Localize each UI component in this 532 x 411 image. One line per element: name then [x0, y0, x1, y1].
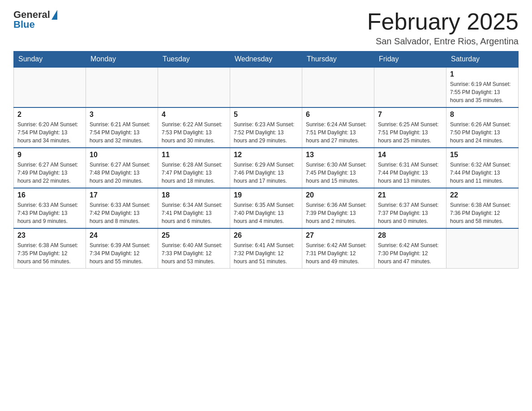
day-info: Sunrise: 6:21 AM Sunset: 7:54 PM Dayligh… — [90, 120, 154, 145]
day-number: 19 — [234, 191, 298, 199]
table-row: 1Sunrise: 6:19 AM Sunset: 7:55 PM Daylig… — [446, 67, 519, 107]
table-row: 25Sunrise: 6:40 AM Sunset: 7:33 PM Dayli… — [158, 228, 230, 269]
day-number: 9 — [17, 151, 82, 159]
col-saturday: Saturday — [446, 51, 519, 68]
table-row: 11Sunrise: 6:28 AM Sunset: 7:47 PM Dayli… — [158, 148, 230, 188]
day-info: Sunrise: 6:41 AM Sunset: 7:32 PM Dayligh… — [234, 241, 298, 265]
table-row: 8Sunrise: 6:26 AM Sunset: 7:50 PM Daylig… — [446, 107, 519, 148]
day-number: 14 — [378, 151, 442, 159]
table-row — [230, 67, 302, 107]
day-number: 11 — [162, 151, 226, 159]
day-number: 2 — [17, 111, 82, 119]
day-number: 21 — [378, 191, 442, 199]
table-row: 20Sunrise: 6:36 AM Sunset: 7:39 PM Dayli… — [302, 188, 374, 228]
day-info: Sunrise: 6:26 AM Sunset: 7:50 PM Dayligh… — [450, 120, 515, 145]
table-row: 7Sunrise: 6:25 AM Sunset: 7:51 PM Daylig… — [374, 107, 446, 148]
day-number: 7 — [378, 111, 442, 119]
table-row: 24Sunrise: 6:39 AM Sunset: 7:34 PM Dayli… — [86, 228, 158, 269]
table-row: 17Sunrise: 6:33 AM Sunset: 7:42 PM Dayli… — [86, 188, 158, 228]
day-info: Sunrise: 6:39 AM Sunset: 7:34 PM Dayligh… — [90, 241, 154, 265]
day-info: Sunrise: 6:32 AM Sunset: 7:44 PM Dayligh… — [450, 161, 515, 185]
day-info: Sunrise: 6:42 AM Sunset: 7:31 PM Dayligh… — [306, 241, 370, 265]
table-row — [158, 67, 230, 107]
day-number: 24 — [90, 231, 154, 240]
day-number: 5 — [234, 111, 298, 119]
calendar-table: Sunday Monday Tuesday Wednesday Thursday… — [13, 51, 519, 269]
month-title: February 2025 — [367, 9, 519, 34]
table-row — [446, 228, 519, 269]
day-number: 8 — [450, 111, 515, 119]
col-tuesday: Tuesday — [158, 51, 230, 68]
day-number: 15 — [450, 151, 515, 159]
day-info: Sunrise: 6:25 AM Sunset: 7:51 PM Dayligh… — [378, 120, 442, 145]
day-info: Sunrise: 6:31 AM Sunset: 7:44 PM Dayligh… — [378, 161, 442, 185]
day-number: 10 — [90, 151, 154, 159]
day-number: 13 — [306, 151, 370, 159]
day-number: 27 — [306, 231, 370, 240]
day-number: 28 — [378, 231, 442, 240]
col-monday: Monday — [86, 51, 158, 68]
table-row: 16Sunrise: 6:33 AM Sunset: 7:43 PM Dayli… — [14, 188, 86, 228]
calendar-header-row: Sunday Monday Tuesday Wednesday Thursday… — [14, 51, 519, 68]
col-friday: Friday — [374, 51, 446, 68]
table-row: 21Sunrise: 6:37 AM Sunset: 7:37 PM Dayli… — [374, 188, 446, 228]
day-info: Sunrise: 6:23 AM Sunset: 7:52 PM Dayligh… — [234, 120, 298, 145]
day-info: Sunrise: 6:38 AM Sunset: 7:35 PM Dayligh… — [17, 241, 82, 265]
logo-blue-text: Blue — [13, 19, 35, 30]
table-row — [14, 67, 86, 107]
day-number: 22 — [450, 191, 515, 199]
day-info: Sunrise: 6:35 AM Sunset: 7:40 PM Dayligh… — [234, 201, 298, 225]
calendar-week-row: 1Sunrise: 6:19 AM Sunset: 7:55 PM Daylig… — [14, 67, 519, 107]
day-number: 18 — [162, 191, 226, 199]
day-info: Sunrise: 6:24 AM Sunset: 7:51 PM Dayligh… — [306, 120, 370, 145]
table-row: 15Sunrise: 6:32 AM Sunset: 7:44 PM Dayli… — [446, 148, 519, 188]
table-row: 12Sunrise: 6:29 AM Sunset: 7:46 PM Dayli… — [230, 148, 302, 188]
table-row: 13Sunrise: 6:30 AM Sunset: 7:45 PM Dayli… — [302, 148, 374, 188]
day-info: Sunrise: 6:38 AM Sunset: 7:36 PM Dayligh… — [450, 201, 515, 225]
logo: General Blue — [13, 9, 57, 30]
calendar-week-row: 16Sunrise: 6:33 AM Sunset: 7:43 PM Dayli… — [14, 188, 519, 228]
title-block: February 2025 San Salvador, Entre Rios, … — [367, 9, 519, 47]
day-info: Sunrise: 6:30 AM Sunset: 7:45 PM Dayligh… — [306, 161, 370, 185]
day-number: 16 — [17, 191, 82, 199]
col-wednesday: Wednesday — [230, 51, 302, 68]
day-info: Sunrise: 6:29 AM Sunset: 7:46 PM Dayligh… — [234, 161, 298, 185]
calendar-week-row: 23Sunrise: 6:38 AM Sunset: 7:35 PM Dayli… — [14, 228, 519, 269]
day-info: Sunrise: 6:37 AM Sunset: 7:37 PM Dayligh… — [378, 201, 442, 225]
day-info: Sunrise: 6:40 AM Sunset: 7:33 PM Dayligh… — [162, 241, 226, 265]
day-number: 1 — [450, 70, 515, 78]
table-row: 3Sunrise: 6:21 AM Sunset: 7:54 PM Daylig… — [86, 107, 158, 148]
table-row: 18Sunrise: 6:34 AM Sunset: 7:41 PM Dayli… — [158, 188, 230, 228]
day-number: 4 — [162, 111, 226, 119]
day-number: 17 — [90, 191, 154, 199]
table-row: 28Sunrise: 6:42 AM Sunset: 7:30 PM Dayli… — [374, 228, 446, 269]
table-row: 6Sunrise: 6:24 AM Sunset: 7:51 PM Daylig… — [302, 107, 374, 148]
table-row: 23Sunrise: 6:38 AM Sunset: 7:35 PM Dayli… — [14, 228, 86, 269]
table-row — [302, 67, 374, 107]
day-number: 20 — [306, 191, 370, 199]
day-info: Sunrise: 6:33 AM Sunset: 7:42 PM Dayligh… — [90, 201, 154, 225]
day-number: 6 — [306, 111, 370, 119]
calendar-week-row: 2Sunrise: 6:20 AM Sunset: 7:54 PM Daylig… — [14, 107, 519, 148]
day-info: Sunrise: 6:27 AM Sunset: 7:49 PM Dayligh… — [17, 161, 82, 185]
table-row: 5Sunrise: 6:23 AM Sunset: 7:52 PM Daylig… — [230, 107, 302, 148]
day-info: Sunrise: 6:19 AM Sunset: 7:55 PM Dayligh… — [450, 80, 515, 104]
table-row — [86, 67, 158, 107]
day-info: Sunrise: 6:42 AM Sunset: 7:30 PM Dayligh… — [378, 241, 442, 265]
table-row: 10Sunrise: 6:27 AM Sunset: 7:48 PM Dayli… — [86, 148, 158, 188]
day-info: Sunrise: 6:36 AM Sunset: 7:39 PM Dayligh… — [306, 201, 370, 225]
page-header: General Blue February 2025 San Salvador,… — [13, 9, 519, 47]
day-info: Sunrise: 6:27 AM Sunset: 7:48 PM Dayligh… — [90, 161, 154, 185]
day-info: Sunrise: 6:33 AM Sunset: 7:43 PM Dayligh… — [17, 201, 82, 225]
table-row: 2Sunrise: 6:20 AM Sunset: 7:54 PM Daylig… — [14, 107, 86, 148]
day-number: 23 — [17, 231, 82, 240]
day-number: 25 — [162, 231, 226, 240]
table-row: 4Sunrise: 6:22 AM Sunset: 7:53 PM Daylig… — [158, 107, 230, 148]
col-thursday: Thursday — [302, 51, 374, 68]
table-row: 26Sunrise: 6:41 AM Sunset: 7:32 PM Dayli… — [230, 228, 302, 269]
day-info: Sunrise: 6:28 AM Sunset: 7:47 PM Dayligh… — [162, 161, 226, 185]
day-number: 3 — [90, 111, 154, 119]
location-subtitle: San Salvador, Entre Rios, Argentina — [367, 36, 519, 47]
table-row: 19Sunrise: 6:35 AM Sunset: 7:40 PM Dayli… — [230, 188, 302, 228]
logo-triangle-icon — [51, 10, 57, 20]
